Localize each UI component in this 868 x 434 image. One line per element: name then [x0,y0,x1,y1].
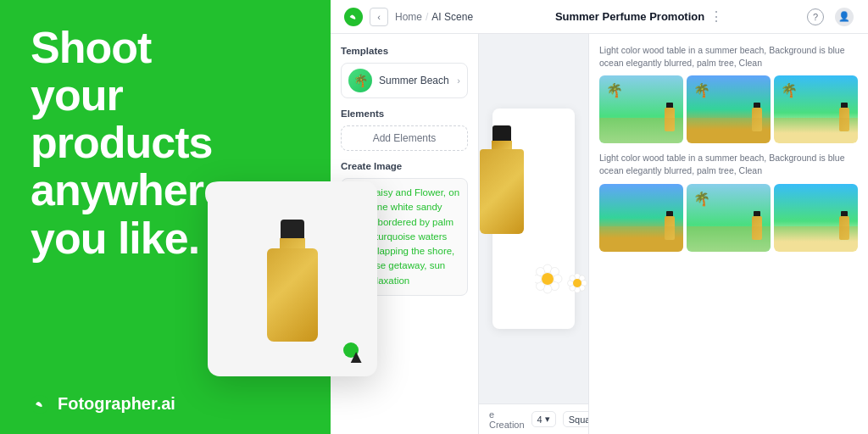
palm-tree-icon-5: 🌴 [693,191,710,207]
results-caption-2: Light color wood table in a summer beach… [599,152,858,176]
mini-bottle-5 [752,216,762,240]
bottle-cap [281,220,304,238]
count-chevron-icon: ▾ [545,414,550,425]
mini-bottle-6 [839,216,849,240]
count-value: 4 [537,415,542,425]
breadcrumb-home[interactable]: Home [395,11,422,23]
palm-tree-icon-2: 🌴 [693,82,710,98]
template-thumb: 🌴 [348,69,372,92]
breadcrumb-scene[interactable]: AI Scene [431,11,473,23]
add-elements-button[interactable]: Add Elements [341,125,468,151]
top-bar-actions: ? 👤 [805,7,854,27]
brand-logo: Fotographer.ai [31,394,300,414]
count-select[interactable]: 4 ▾ [531,411,556,427]
result-image-2[interactable]: 🌴 [687,75,771,143]
result-image-5[interactable]: 🌴 [687,184,771,252]
daisy-decoration [535,258,588,303]
mini-bottle-3 [839,108,849,131]
breadcrumb-sep: / [426,11,428,23]
right-panel: ‹ Home / AI Scene Summer Perfume Promoti… [331,0,868,434]
headline-line1: Shoot [31,23,151,72]
canvas-bottle-neck [492,141,512,149]
palm-tree-icon-1: 🌴 [606,82,623,98]
template-item-summer-beach[interactable]: 🌴 Summer Beach › [341,63,468,98]
canvas-bottle [480,125,524,234]
product-card: ▲ [208,181,377,376]
templates-section-title: Templates [341,46,468,56]
headline-line4: you like. [31,214,199,263]
help-button[interactable]: ? [805,7,826,27]
results-caption-1: Light color wood table in a summer beach… [599,44,858,69]
app-logo [344,8,363,26]
canvas-bottle-cap [492,125,511,141]
template-name: Summer Beach [379,75,450,86]
mini-bottle-1 [665,108,675,131]
back-button[interactable]: ‹ [370,8,388,26]
title-area: Summer Perfume Promotion ⋮ [480,8,798,25]
results-grid: 🌴 🌴 🌴 [599,75,858,143]
result-image-4[interactable] [599,184,683,252]
brand-name: Fotographer.ai [58,394,175,414]
results-grid-2: 🌴 [599,184,858,252]
canvas-main[interactable] [479,34,588,403]
elements-section-title: Elements [341,108,468,119]
result-image-6[interactable] [774,184,858,252]
top-bar: ‹ Home / AI Scene Summer Perfume Promoti… [331,0,868,34]
headline-line3: anywhere [31,165,227,214]
more-icon[interactable]: ⋮ [709,8,723,25]
template-chevron-icon: › [457,75,460,86]
result-image-3[interactable]: 🌴 [774,75,858,143]
headline-line2: your products [31,70,212,167]
bottle-neck [280,238,305,248]
canvas-area: e Creation 4 ▾ Square ▾ Generate [479,34,588,434]
doc-title: Summer Perfume Promotion [555,10,704,23]
svg-point-8 [542,273,554,285]
canvas-frame [492,108,575,329]
bottle-body [267,248,318,342]
elements-section: Elements Add Elements [341,108,468,151]
cursor-icon: ▲ [347,346,365,368]
svg-point-7 [537,268,545,276]
account-button[interactable]: 👤 [834,7,854,27]
result-image-1[interactable]: 🌴 [599,75,683,143]
logo-icon [31,395,49,414]
mini-bottle-4 [665,216,675,240]
breadcrumb: Home / AI Scene [395,11,473,23]
bottom-bar: e Creation 4 ▾ Square ▾ Generate [479,403,588,434]
left-panel: Shoot your products anywhere you like. ▲… [0,0,331,434]
creation-label: e Creation [489,409,525,430]
svg-point-17 [573,279,581,287]
results-panel: Light color wood table in a summer beach… [588,34,868,434]
canvas-bottle-body [480,149,524,234]
product-bottle [259,220,326,338]
mini-bottle-2 [752,108,762,131]
main-content: Templates 🌴 Summer Beach › Elements Add … [331,34,868,434]
shape-select[interactable]: Square ▾ [563,411,588,427]
shape-value: Square [569,415,588,425]
palm-tree-icon-3: 🌴 [781,82,798,98]
create-image-title: Create Image [341,161,468,171]
